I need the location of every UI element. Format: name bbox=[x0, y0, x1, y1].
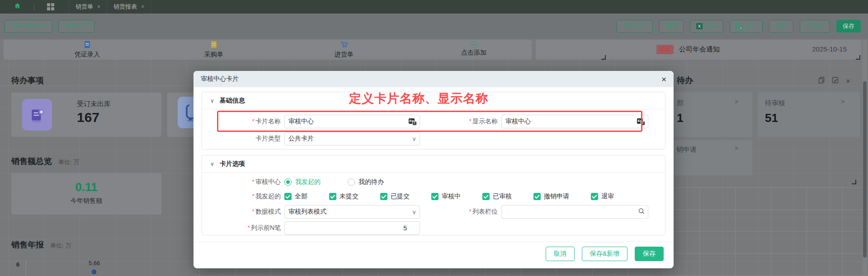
checkbox-label: 已提交 bbox=[391, 192, 410, 201]
excel-icon: X bbox=[696, 23, 703, 29]
panel-card-label: 部 bbox=[677, 99, 684, 108]
checkbox-all[interactable]: 全部 bbox=[284, 192, 307, 201]
chevron-right-icon[interactable]: > bbox=[735, 98, 738, 105]
button-label: 制作卡片 bbox=[65, 22, 88, 30]
display-name-input[interactable]: 审核中心 En文 bbox=[501, 115, 648, 128]
panel-card-label: 待审核 bbox=[765, 99, 785, 108]
cancel-button[interactable]: 取消 bbox=[546, 247, 575, 261]
checkbox-cancel-request[interactable]: 撤销申请 bbox=[533, 192, 569, 201]
home-button[interactable] bbox=[14, 2, 21, 11]
button-label: 保存 bbox=[843, 22, 854, 30]
todo-section-title: 待办事项 bbox=[11, 75, 44, 86]
close-icon[interactable]: × bbox=[846, 77, 850, 85]
voucher-doc-icon bbox=[85, 41, 90, 48]
checkbox-checked-icon bbox=[284, 193, 292, 200]
section-card-options: ∨ 卡片选项 *审核中心 我发起的 我的待办 *我发起的 全部 未提交 bbox=[202, 155, 665, 235]
tab-label: 销货报表 bbox=[113, 3, 137, 11]
card-settings-modal: 审核中心卡片 × ∨ 基础信息 *卡片名称 审核中心 En文 *显示名称 审核中… bbox=[193, 71, 674, 268]
section-header[interactable]: ∨ 基础信息 bbox=[202, 92, 665, 109]
translate-icon[interactable]: En文 bbox=[409, 118, 417, 126]
reset-button[interactable]: 重置 bbox=[659, 20, 684, 33]
notification-title: 公司年会通知 bbox=[679, 45, 720, 54]
data-mode-select[interactable]: 审核列表模式 ∨ bbox=[284, 205, 420, 219]
initiated-label: *我发起的 bbox=[210, 192, 281, 201]
widget-resize-handle[interactable] bbox=[856, 55, 860, 60]
checkbox-not-submitted[interactable]: 未提交 bbox=[329, 192, 359, 201]
panel-card-value: 51 bbox=[765, 111, 778, 125]
export-button[interactable]: X 导出 bbox=[690, 20, 723, 33]
shortcut-label: 进货单 bbox=[321, 51, 367, 59]
sales-overview-card[interactable]: 0.11 今年销售额 bbox=[11, 173, 161, 215]
modal-close-icon[interactable]: × bbox=[661, 75, 666, 84]
section-header[interactable]: ∨ 卡片选项 bbox=[202, 155, 665, 173]
data-mode-label: *数据模式 bbox=[210, 208, 281, 216]
purchase-doc-icon bbox=[211, 41, 217, 48]
chevron-right-icon[interactable]: > bbox=[841, 98, 844, 105]
shortcut-purchase-order[interactable]: 采购单 bbox=[191, 40, 236, 59]
list-fields-search-input[interactable] bbox=[501, 205, 648, 219]
panel-card-value: 1 bbox=[677, 111, 683, 125]
section-title: 卡片选项 bbox=[220, 160, 245, 168]
section-title: 基础信息 bbox=[220, 97, 245, 105]
import-icon: + bbox=[736, 23, 742, 29]
chart-point-label: 5.66 bbox=[89, 260, 100, 267]
receipt-cart-icon bbox=[340, 41, 348, 48]
add-existing-card-button[interactable]: 添加已有卡片 bbox=[5, 20, 52, 33]
form-row-data-mode: *数据模式 审核列表模式 ∨ *列表栏位 bbox=[210, 205, 665, 219]
tab-label: 销货单 bbox=[75, 3, 93, 11]
chevron-down-icon: ∨ bbox=[412, 136, 416, 142]
checkbox-label: 审核中 bbox=[442, 192, 461, 201]
checkbox-in-audit[interactable]: 审核中 bbox=[431, 192, 461, 201]
checkbox-checked-icon bbox=[533, 193, 541, 200]
checkbox-audit-returned[interactable]: 退审 bbox=[591, 192, 614, 201]
unit-label: 单位: 万 bbox=[58, 159, 79, 165]
checkbox-audited[interactable]: 已审核 bbox=[482, 192, 512, 201]
card-name-input[interactable]: 审核中心 En文 bbox=[284, 115, 420, 128]
radio-my-todo[interactable]: 我的待办 bbox=[348, 178, 384, 186]
save-as-button[interactable]: 另存为 bbox=[800, 20, 830, 33]
search-icon bbox=[638, 208, 645, 216]
card-type-select[interactable]: 公共卡片 ∨ bbox=[284, 132, 420, 145]
widget-resize-handle[interactable] bbox=[852, 180, 856, 184]
shortcut-goods-receipt[interactable]: 进货单 bbox=[321, 40, 367, 59]
card-type-label: 卡片类型 bbox=[210, 135, 281, 143]
copy-icon[interactable] bbox=[818, 77, 825, 85]
tab-close-icon[interactable]: × bbox=[97, 4, 100, 10]
notification-date: 2025-10-15 bbox=[812, 45, 847, 53]
edit-icon[interactable] bbox=[832, 77, 839, 85]
tab-strip: 销货单 × 销货报表 × bbox=[69, 0, 151, 14]
app-screen: 销货单 × 销货报表 × 添加已有卡片 制作卡片 清空卡片 重置 X 导 bbox=[0, 0, 868, 276]
card-name-label: *卡片名称 bbox=[210, 117, 281, 126]
radio-initiated-by-me[interactable]: 我发起的 bbox=[284, 178, 321, 186]
make-card-button[interactable]: 制作卡片 bbox=[58, 20, 94, 33]
home-icon bbox=[14, 2, 21, 11]
shortcut-add[interactable]: + 点击添加 bbox=[451, 40, 496, 57]
scrollbar-thumb[interactable] bbox=[863, 81, 867, 257]
chevron-right-icon[interactable]: > bbox=[735, 145, 738, 152]
shortcut-label: 凭证录入 bbox=[65, 51, 110, 59]
save-and-new-button[interactable]: 保存&新增 bbox=[582, 247, 627, 261]
widget-resize-handle[interactable] bbox=[601, 55, 606, 60]
section-basic-info: ∨ 基础信息 *卡片名称 审核中心 En文 *显示名称 审核中心 En文 bbox=[202, 92, 665, 150]
input-value: 5 bbox=[288, 225, 408, 232]
todo-card-value: 167 bbox=[77, 110, 99, 125]
shortcut-card: 凭证录入 采购单 进货单 + 点击添加 bbox=[4, 40, 532, 60]
checkbox-submitted[interactable]: 已提交 bbox=[380, 192, 410, 201]
translate-icon[interactable]: En文 bbox=[637, 118, 645, 126]
back-button[interactable]: 返回 bbox=[769, 20, 793, 33]
modal-title: 审核中心卡片 bbox=[201, 75, 239, 83]
top-n-input[interactable]: 5 bbox=[284, 221, 420, 235]
tab-sales-report[interactable]: 销货报表 × bbox=[107, 0, 151, 14]
tab-close-icon[interactable]: × bbox=[141, 4, 144, 10]
input-value: 审核中心 bbox=[288, 117, 314, 126]
todo-card-backorder[interactable]: 受订未出库 167 bbox=[11, 93, 161, 137]
clear-cards-button[interactable]: 清空卡片 bbox=[617, 20, 653, 33]
save-button[interactable]: 保存 bbox=[635, 247, 664, 261]
notification-card[interactable]: 紧急 公司年会通知 2025-10-15 bbox=[536, 40, 861, 60]
shortcut-voucher-entry[interactable]: 凭证录入 bbox=[65, 40, 110, 59]
tab-sales-order[interactable]: 销货单 × bbox=[69, 0, 107, 14]
chevron-down-icon: ∨ bbox=[210, 98, 214, 104]
save-layout-button[interactable]: 保存 bbox=[836, 20, 861, 33]
import-button[interactable]: + 导入 bbox=[730, 20, 763, 33]
apps-grid-icon[interactable] bbox=[47, 3, 54, 10]
